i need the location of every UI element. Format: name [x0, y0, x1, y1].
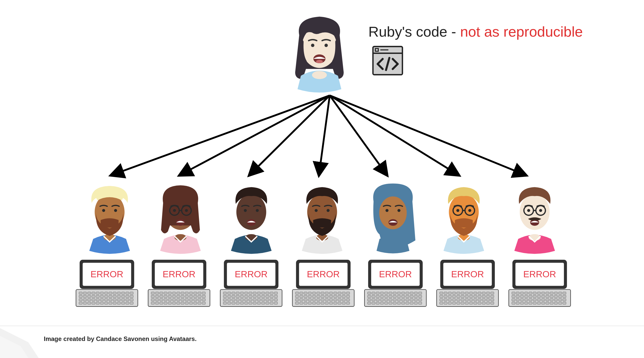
- svg-rect-189: [270, 292, 273, 294]
- svg-rect-88: [117, 295, 121, 298]
- svg-rect-427: [563, 295, 566, 298]
- svg-rect-83: [96, 295, 99, 298]
- svg-rect-340: [414, 302, 418, 304]
- svg-rect-164: [164, 302, 167, 304]
- svg-rect-192: [227, 295, 231, 298]
- svg-rect-236: [304, 292, 307, 294]
- svg-rect-172: [198, 302, 201, 304]
- svg-rect-388: [452, 302, 456, 304]
- svg-rect-112: [109, 302, 112, 304]
- title: Ruby's code - not as reproducible: [368, 23, 583, 40]
- svg-rect-234: [295, 292, 299, 294]
- svg-rect-357: [486, 292, 490, 294]
- svg-rect-351: [461, 292, 464, 294]
- svg-rect-179: [227, 292, 231, 294]
- svg-text:ERROR: ERROR: [379, 269, 412, 279]
- svg-rect-213: [261, 299, 265, 301]
- svg-rect-74: [113, 292, 116, 294]
- svg-rect-451: [554, 302, 557, 304]
- person-avatar: [148, 181, 213, 255]
- svg-rect-375: [452, 299, 456, 301]
- svg-rect-180: [232, 292, 235, 294]
- svg-rect-403: [516, 292, 519, 294]
- svg-rect-434: [537, 299, 541, 301]
- svg-point-57: [539, 209, 542, 212]
- svg-rect-248: [300, 295, 303, 298]
- svg-rect-116: [126, 302, 129, 304]
- svg-rect-101: [117, 299, 121, 301]
- svg-rect-73: [109, 292, 112, 294]
- svg-rect-96: [96, 299, 99, 301]
- svg-rect-90: [126, 295, 129, 298]
- svg-rect-365: [465, 295, 469, 298]
- svg-rect-436: [546, 299, 549, 301]
- person-avatar: [77, 181, 142, 255]
- svg-rect-162: [155, 302, 159, 304]
- svg-rect-207: [236, 299, 239, 301]
- svg-point-21: [102, 209, 105, 212]
- svg-rect-126: [168, 292, 172, 294]
- svg-rect-329: [368, 302, 371, 304]
- svg-rect-184: [249, 292, 252, 294]
- svg-text:ERROR: ERROR: [523, 269, 556, 279]
- svg-rect-413: [558, 292, 562, 294]
- svg-rect-349: [452, 292, 456, 294]
- svg-rect-171: [193, 302, 197, 304]
- svg-rect-123: [155, 292, 159, 294]
- svg-text:ERROR: ERROR: [307, 269, 340, 279]
- svg-rect-354: [474, 292, 477, 294]
- svg-rect-314: [414, 295, 418, 298]
- svg-rect-243: [334, 292, 337, 294]
- svg-rect-438: [554, 299, 557, 301]
- svg-rect-421: [537, 295, 541, 298]
- svg-rect-452: [558, 302, 562, 304]
- svg-rect-77: [126, 292, 129, 294]
- svg-rect-212: [257, 299, 261, 301]
- svg-rect-187: [261, 292, 265, 294]
- svg-rect-94: [88, 299, 91, 301]
- svg-point-0: [312, 71, 327, 79]
- svg-rect-449: [546, 302, 549, 304]
- svg-rect-440: [563, 299, 566, 301]
- svg-rect-264: [312, 299, 316, 301]
- svg-line-11: [111, 95, 330, 175]
- svg-rect-327: [414, 299, 418, 301]
- svg-rect-303: [368, 295, 371, 298]
- svg-rect-281: [329, 302, 333, 304]
- svg-rect-242: [329, 292, 333, 294]
- svg-rect-199: [257, 295, 261, 298]
- svg-rect-315: [418, 295, 422, 298]
- svg-rect-250: [308, 295, 311, 298]
- svg-rect-235: [300, 292, 303, 294]
- svg-rect-110: [100, 302, 104, 304]
- svg-rect-178: [223, 292, 227, 294]
- svg-rect-244: [338, 292, 341, 294]
- svg-rect-220: [236, 302, 239, 304]
- svg-line-17: [330, 95, 526, 175]
- svg-rect-296: [393, 292, 396, 294]
- code-icon: [371, 44, 404, 77]
- svg-rect-202: [270, 295, 273, 298]
- svg-rect-298: [402, 292, 405, 294]
- svg-rect-153: [172, 299, 176, 301]
- svg-rect-405: [524, 292, 528, 294]
- svg-rect-160: [202, 299, 205, 301]
- svg-rect-135: [151, 295, 155, 298]
- svg-rect-105: [79, 302, 82, 304]
- svg-rect-347: [444, 292, 447, 294]
- svg-rect-290: [368, 292, 371, 294]
- svg-point-2: [311, 44, 314, 47]
- svg-rect-442: [516, 302, 519, 304]
- person-avatar: [502, 181, 567, 255]
- svg-rect-113: [113, 302, 116, 304]
- svg-rect-353: [469, 292, 473, 294]
- svg-rect-370: [486, 295, 490, 298]
- svg-rect-148: [151, 299, 155, 301]
- svg-rect-309: [393, 295, 396, 298]
- svg-rect-337: [402, 302, 405, 304]
- svg-rect-268: [329, 299, 333, 301]
- svg-rect-154: [177, 299, 180, 301]
- svg-rect-102: [121, 299, 125, 301]
- svg-rect-167: [177, 302, 180, 304]
- svg-rect-142: [181, 295, 184, 298]
